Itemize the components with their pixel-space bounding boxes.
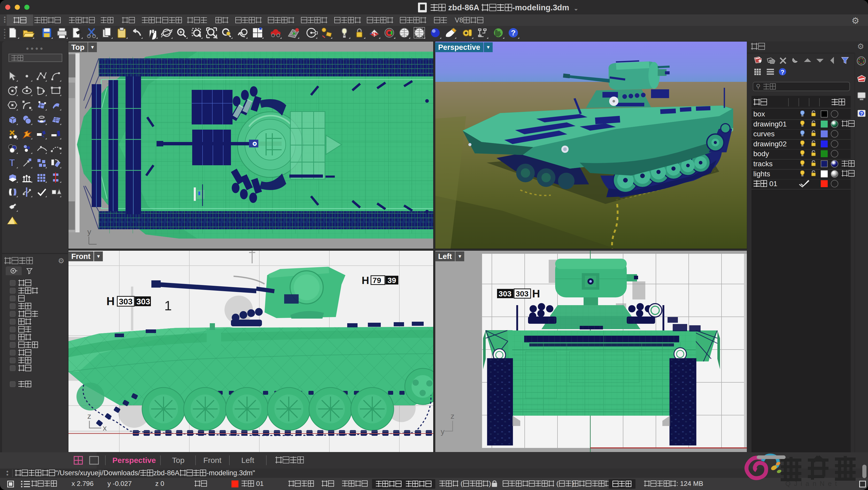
svg-text:x: x bbox=[103, 424, 107, 432]
svg-text:39: 39 bbox=[388, 276, 396, 285]
svg-text:1: 1 bbox=[164, 298, 172, 313]
svg-text:?: ? bbox=[781, 69, 784, 76]
svg-text:QJianNet: QJianNet bbox=[785, 480, 840, 487]
svg-text:79: 79 bbox=[373, 276, 381, 285]
svg-text:H: H bbox=[532, 288, 540, 300]
svg-text:z: z bbox=[451, 412, 455, 420]
svg-text:z: z bbox=[87, 412, 91, 420]
svg-text:T: T bbox=[9, 158, 15, 168]
svg-text:H: H bbox=[106, 295, 115, 307]
svg-text:H: H bbox=[362, 275, 369, 286]
svg-text:303: 303 bbox=[119, 297, 132, 306]
svg-text:303: 303 bbox=[499, 289, 512, 298]
svg-text:?: ? bbox=[511, 28, 516, 37]
svg-text:y: y bbox=[441, 427, 444, 436]
svg-text:303: 303 bbox=[136, 297, 150, 306]
svg-text:303: 303 bbox=[516, 289, 529, 298]
svg-text:y: y bbox=[87, 227, 91, 236]
svg-text:?: ? bbox=[860, 111, 863, 117]
